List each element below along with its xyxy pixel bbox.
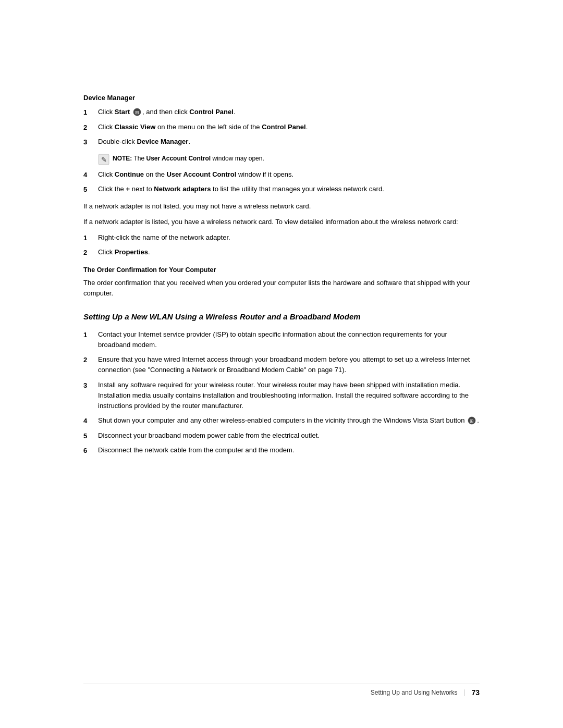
step-5: 5 Click the + next to Network adapters t… xyxy=(83,184,480,195)
wlan-step-3-content: Install any software required for your w… xyxy=(98,380,480,411)
step-2-number: 2 xyxy=(83,122,98,133)
wlan-step-5-number: 5 xyxy=(83,430,98,441)
step-1-number: 1 xyxy=(83,107,98,118)
wlan-step-2: 2 Ensure that you have wired Internet ac… xyxy=(83,354,480,375)
step-2-bold-classic: Classic View xyxy=(115,123,156,131)
windows-start-icon-2: ⊞ xyxy=(468,416,476,425)
note-text: NOTE: The User Account Control window ma… xyxy=(113,154,264,163)
wlan-step-6-number: 6 xyxy=(83,445,98,456)
wlan-step-3-number: 3 xyxy=(83,380,98,391)
step-3-2-bold-props: Properties xyxy=(115,248,148,256)
wlan-section-title: Setting Up a New WLAN Using a Wireless R… xyxy=(83,311,480,322)
wlan-section: Setting Up a New WLAN Using a Wireless R… xyxy=(83,311,480,455)
svg-text:⊞: ⊞ xyxy=(470,418,474,424)
step-2: 2 Click Classic View on the menu on the … xyxy=(83,122,480,133)
wlan-step-5-content: Disconnect your broadband modem power ca… xyxy=(98,430,480,441)
note-label: NOTE: xyxy=(113,155,132,162)
order-confirmation-heading: The Order Confirmation for Your Computer xyxy=(83,266,480,274)
wlan-step-6-content: Disconnect the network cable from the co… xyxy=(98,445,480,455)
device-manager-heading: Device Manager xyxy=(83,94,480,102)
wlan-steps: 1 Contact your Internet service provider… xyxy=(83,329,480,455)
wlan-step-1: 1 Contact your Internet service provider… xyxy=(83,329,480,350)
step-3-2-content: Click Properties. xyxy=(98,247,480,257)
device-manager-steps-3: 1 Right-click the name of the network ad… xyxy=(83,232,480,258)
wlan-step-5: 5 Disconnect your broadband modem power … xyxy=(83,430,480,441)
wlan-step-4-content: Shut down your computer and any other wi… xyxy=(98,415,480,426)
step-3-2: 2 Click Properties. xyxy=(83,247,480,258)
wlan-step-6: 6 Disconnect the network cable from the … xyxy=(83,445,480,456)
step-3-content: Double-click Device Manager. xyxy=(98,137,480,147)
plus-symbol: + xyxy=(126,185,130,193)
footer-separator: | xyxy=(464,688,466,697)
page: Device Manager 1 Click Start ⊞ , and the… xyxy=(0,0,563,728)
step-4-bold-continue: Continue xyxy=(115,170,144,178)
svg-text:✎: ✎ xyxy=(101,156,107,164)
page-footer: Setting Up and Using Networks | 73 xyxy=(83,684,480,697)
step-4-bold-uac: User Account Control xyxy=(166,170,236,178)
step-1-content: Click Start ⊞ , and then click Control P… xyxy=(98,107,480,117)
step-4-content: Click Continue on the User Account Contr… xyxy=(98,169,480,180)
wlan-step-1-content: Contact your Internet service provider (… xyxy=(98,329,480,350)
note-box: ✎ NOTE: The User Account Control window … xyxy=(98,154,480,165)
step-3-1-number: 1 xyxy=(83,232,98,243)
footer-section-label: Setting Up and Using Networks xyxy=(371,689,458,696)
note-pencil-icon: ✎ xyxy=(98,154,109,165)
wlan-step-2-content: Ensure that you have wired Internet acce… xyxy=(98,354,480,375)
step-4-number: 4 xyxy=(83,169,98,180)
note-uac-bold: User Account Control xyxy=(146,155,211,162)
step-5-content: Click the + next to Network adapters to … xyxy=(98,184,480,194)
step-5-number: 5 xyxy=(83,184,98,195)
device-manager-steps-2: 4 Click Continue on the User Account Con… xyxy=(83,169,480,195)
step-2-content: Click Classic View on the menu on the le… xyxy=(98,122,480,132)
step-2-bold-cp: Control Panel xyxy=(262,123,306,131)
step-3-1: 1 Right-click the name of the network ad… xyxy=(83,232,480,243)
wlan-step-1-number: 1 xyxy=(83,329,98,340)
order-confirmation-para: The order confirmation that you received… xyxy=(83,278,480,299)
step-1-bold-control-panel: Control Panel xyxy=(189,108,234,116)
device-manager-steps-1: 1 Click Start ⊞ , and then click Control… xyxy=(83,107,480,147)
para-adapter-listed: If a network adapter is listed, you have… xyxy=(83,217,480,227)
step-3-bold-dm: Device Manager xyxy=(137,138,188,145)
wlan-step-2-number: 2 xyxy=(83,354,98,365)
windows-start-icon-1: ⊞ xyxy=(133,108,141,116)
wlan-step-3: 3 Install any software required for your… xyxy=(83,380,480,411)
device-manager-section: Device Manager 1 Click Start ⊞ , and the… xyxy=(83,94,480,258)
svg-text:⊞: ⊞ xyxy=(135,110,139,115)
step-3-2-number: 2 xyxy=(83,247,98,258)
order-confirmation-section: The Order Confirmation for Your Computer… xyxy=(83,266,480,299)
page-number: 73 xyxy=(471,688,480,697)
step-5-bold-na: Network adapters xyxy=(154,185,211,193)
para-no-adapter: If a network adapter is not listed, you … xyxy=(83,201,480,212)
wlan-step-4-number: 4 xyxy=(83,415,98,426)
step-1: 1 Click Start ⊞ , and then click Control… xyxy=(83,107,480,118)
wlan-step-4: 4 Shut down your computer and any other … xyxy=(83,415,480,426)
step-4: 4 Click Continue on the User Account Con… xyxy=(83,169,480,180)
step-3-1-content: Right-click the name of the network adap… xyxy=(98,232,480,243)
step-3: 3 Double-click Device Manager. xyxy=(83,137,480,147)
step-3-number: 3 xyxy=(83,137,98,147)
step-1-bold-start: Start xyxy=(115,108,130,116)
